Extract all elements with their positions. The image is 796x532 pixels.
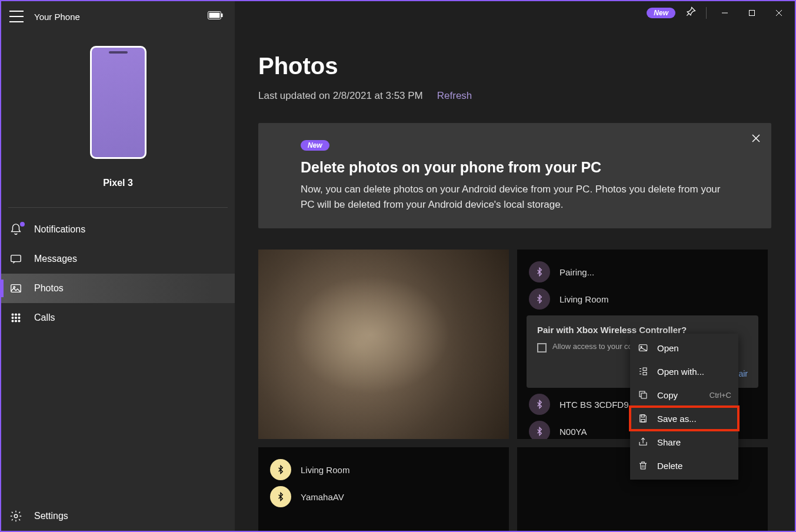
delete-icon: [637, 460, 649, 471]
ctx-label: Open with...: [657, 367, 731, 377]
device-name: Pixel 3: [103, 178, 133, 188]
photo-thumbnail[interactable]: [258, 250, 509, 439]
context-menu-open-with[interactable]: Open with...: [630, 360, 738, 383]
share-icon: [637, 437, 649, 447]
svg-point-14: [18, 320, 20, 322]
svg-point-7: [15, 314, 17, 315]
titlebar: New: [235, 1, 795, 25]
info-card-close-icon[interactable]: [751, 134, 761, 145]
pin-icon[interactable]: [685, 6, 697, 20]
svg-rect-16: [750, 11, 755, 16]
close-button[interactable]: [765, 4, 792, 22]
info-card-badge: New: [301, 140, 329, 151]
bt-text: Living Room: [301, 465, 349, 475]
message-icon: [9, 252, 22, 265]
divider: [8, 207, 228, 208]
info-card: New Delete photos on your phone from you…: [258, 123, 771, 228]
minimize-button[interactable]: [711, 4, 738, 22]
svg-point-15: [14, 514, 18, 518]
notification-dot: [20, 222, 25, 227]
photo-icon: [9, 282, 22, 295]
svg-point-12: [12, 320, 14, 322]
svg-point-11: [18, 317, 20, 319]
svg-rect-1: [209, 13, 220, 18]
context-menu-copy[interactable]: Copy Ctrl+C: [630, 383, 738, 407]
sidebar-item-calls[interactable]: Calls: [1, 303, 235, 332]
photo-thumbnail[interactable]: Living Room YamahaAV: [258, 447, 509, 531]
open-with-icon: [637, 366, 649, 377]
copy-icon: [637, 390, 649, 400]
svg-rect-19: [641, 393, 647, 398]
refresh-link[interactable]: Refresh: [437, 90, 472, 102]
bt-text: N00YA: [559, 427, 587, 437]
ctx-shortcut: Ctrl+C: [710, 391, 731, 400]
context-menu-save-as[interactable]: Save as...: [630, 407, 738, 430]
sidebar-item-photos[interactable]: Photos: [1, 274, 235, 303]
sidebar-footer: Settings: [1, 501, 235, 531]
ctx-label: Copy: [657, 390, 710, 400]
app-title: Your Phone: [34, 12, 80, 22]
context-menu-delete[interactable]: Delete: [630, 454, 738, 477]
save-icon: [637, 413, 649, 424]
sidebar-item-settings[interactable]: Settings: [1, 501, 235, 531]
sidebar-item-label: Messages: [34, 254, 77, 264]
bt-text: Living Room: [559, 294, 608, 304]
svg-point-8: [18, 314, 20, 315]
separator: [706, 7, 707, 19]
sidebar-item-messages[interactable]: Messages: [1, 244, 235, 274]
svg-rect-20: [641, 415, 644, 417]
ctx-label: Share: [657, 437, 731, 447]
svg-rect-2: [221, 14, 223, 17]
bt-text: HTC BS 3CDFD9: [559, 400, 629, 410]
svg-point-10: [15, 317, 17, 319]
sidebar: Your Phone Pixel 3 Notifications Message…: [1, 1, 235, 531]
svg-point-9: [12, 317, 14, 319]
battery-icon: [208, 11, 223, 22]
svg-rect-21: [641, 420, 645, 423]
bt-text: Pairing...: [559, 267, 594, 277]
hamburger-icon[interactable]: [9, 11, 24, 22]
info-card-title: Delete photos on your phone from your PC: [301, 159, 750, 176]
checkbox-icon: [537, 343, 547, 353]
context-menu-open[interactable]: Open: [630, 336, 738, 360]
dialpad-icon: [9, 311, 22, 324]
sidebar-item-label: Calls: [34, 312, 55, 323]
page-title: Photos: [258, 53, 771, 79]
last-updated: Last updated on 2/8/2021 at 3:53 PM: [258, 90, 423, 102]
maximize-button[interactable]: [738, 4, 765, 22]
main: New Photos Last updated on 2/8/2021 at 3…: [235, 1, 795, 531]
phone-panel: Pixel 3: [1, 32, 235, 194]
phone-preview-icon[interactable]: [90, 46, 146, 159]
svg-point-6: [12, 314, 14, 315]
subtitle-row: Last updated on 2/8/2021 at 3:53 PM Refr…: [258, 90, 771, 102]
info-card-body: Now, you can delete photos on your Andro…: [301, 182, 736, 212]
sidebar-item-notifications[interactable]: Notifications: [1, 215, 235, 244]
context-menu-share[interactable]: Share: [630, 430, 738, 454]
new-badge[interactable]: New: [647, 8, 675, 18]
bt-text: YamahaAV: [301, 492, 344, 502]
bell-icon: [9, 223, 22, 236]
svg-rect-3: [11, 255, 21, 262]
ctx-label: Delete: [657, 461, 731, 471]
svg-point-13: [15, 320, 17, 322]
sidebar-item-label: Notifications: [34, 224, 85, 235]
gear-icon: [9, 510, 22, 523]
sidebar-item-label: Photos: [34, 283, 64, 294]
context-menu: Open Open with... Copy Ctrl+C Save as...…: [630, 334, 738, 480]
svg-point-18: [641, 346, 642, 347]
sidebar-nav: Notifications Messages Photos Calls: [1, 212, 235, 332]
open-icon: [637, 343, 649, 353]
sidebar-header: Your Phone: [1, 1, 235, 32]
sidebar-item-label: Settings: [34, 511, 68, 521]
ctx-label: Open: [657, 343, 731, 353]
ctx-label: Save as...: [657, 414, 731, 424]
